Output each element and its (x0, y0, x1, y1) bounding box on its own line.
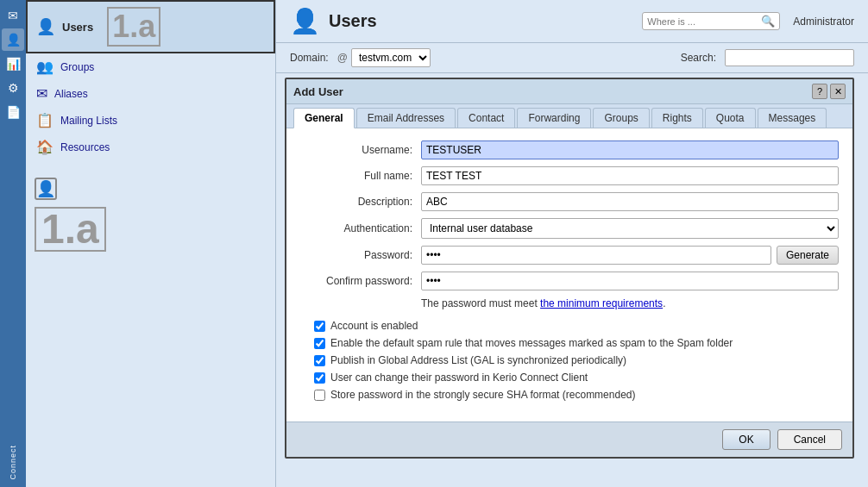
username-input[interactable] (421, 140, 839, 159)
sidebar-icon-strip: ✉ 👤 📊 ⚙ 📄 Connect (0, 0, 26, 487)
tab-messages[interactable]: Messages (758, 108, 827, 128)
global-search-input[interactable] (647, 16, 761, 27)
tab-groups[interactable]: Groups (593, 108, 649, 128)
confirm-password-input[interactable] (421, 272, 839, 290)
password-note: The password must meet the minimum requi… (421, 297, 839, 309)
change-password-checkbox[interactable] (314, 372, 325, 384)
spam-rule-checkbox[interactable] (314, 338, 325, 349)
global-search-box[interactable]: 🔍 (642, 12, 780, 30)
modal-tabs: General Email Addresses Contact Forwardi… (286, 104, 852, 128)
user-avatar-large: 👤 (35, 178, 57, 200)
authentication-label: Authentication: (300, 222, 421, 234)
sidebar-item-mailing-lists[interactable]: 📋 Mailing Lists (26, 107, 275, 134)
aliases-icon: ✉ (36, 85, 47, 102)
badge-1a-main: 1.a (35, 207, 106, 252)
sha-format-checkbox[interactable] (314, 390, 325, 401)
sidebar-item-aliases[interactable]: ✉ Aliases (26, 80, 275, 107)
add-user-modal: Add User ? ✕ General Email Addresses Con… (285, 78, 854, 459)
aliases-label: Aliases (54, 88, 88, 100)
fullname-label: Full name: (300, 170, 421, 182)
checkbox-spam-rule: Enable the default spam rule that moves … (314, 337, 839, 349)
password-input[interactable] (421, 246, 771, 265)
description-input[interactable] (421, 192, 839, 211)
checkbox-change-password: User can change their password in Kerio … (314, 371, 839, 384)
password-row: Password: Generate (300, 246, 839, 265)
modal-controls: ? ✕ (812, 84, 846, 99)
sha-format-label: Store password in the strongly secure SH… (330, 389, 635, 401)
form-content: Username: Full name: Description: Authen… (286, 128, 852, 421)
modal-help-button[interactable]: ? (812, 84, 827, 99)
domain-select[interactable]: testvm.com (351, 48, 431, 67)
envelope-icon-btn[interactable]: ✉ (2, 4, 24, 27)
mailing-lists-icon: 📋 (36, 112, 53, 128)
nav-header-title: Users (62, 21, 93, 34)
tab-forwarding[interactable]: Forwarding (517, 108, 591, 128)
mailing-lists-label: Mailing Lists (60, 115, 117, 127)
checkbox-gal: Publish in Global Address List (GAL is s… (314, 354, 839, 366)
domain-select-wrap: @ testvm.com (337, 48, 431, 67)
cancel-button[interactable]: Cancel (777, 429, 842, 450)
modal-title-bar: Add User ? ✕ (286, 79, 852, 104)
connect-label: Connect (9, 445, 17, 480)
search-label: Search: (681, 52, 716, 64)
change-password-label: User can change their password in Kerio … (330, 371, 588, 384)
password-note-suffix: . (663, 297, 665, 309)
domain-label: Domain: (290, 52, 329, 64)
main-header: 👤 Users 🔍 Administrator (276, 0, 868, 43)
fullname-row: Full name: (300, 166, 839, 185)
tab-email-addresses[interactable]: Email Addresses (356, 108, 456, 128)
search-icon: 🔍 (761, 15, 775, 28)
main-users-icon: 👤 (290, 7, 320, 35)
authentication-row: Authentication: Internal user database A… (300, 218, 839, 239)
account-enabled-checkbox[interactable] (314, 321, 325, 332)
nav-header: 👤 Users 1.a (26, 0, 275, 53)
password-input-area: Generate (421, 246, 839, 265)
groups-icon: 👥 (36, 59, 53, 75)
password-note-prefix: The password must meet (421, 297, 540, 309)
authentication-select[interactable]: Internal user database Active Directory (421, 218, 839, 239)
spam-rule-label: Enable the default spam rule that moves … (330, 337, 733, 349)
generate-button[interactable]: Generate (777, 246, 839, 265)
minimum-requirements-link[interactable]: the minimum requirements (540, 297, 663, 309)
header-right: 🔍 Administrator (642, 12, 854, 30)
main-page-title: Users (329, 11, 377, 31)
groups-label: Groups (60, 61, 94, 73)
resources-icon: 🏠 (36, 139, 53, 155)
account-enabled-label: Account is enabled (330, 320, 418, 332)
checkbox-sha-format: Store password in the strongly secure SH… (314, 389, 839, 401)
confirm-password-row: Confirm password: (300, 272, 839, 290)
resources-label: Resources (60, 141, 110, 153)
tab-rights[interactable]: Rights (651, 108, 703, 128)
bar-chart-icon-btn[interactable]: 📊 (2, 53, 24, 75)
admin-label: Administrator (793, 16, 854, 28)
checkbox-account-enabled: Account is enabled (314, 320, 839, 332)
modal-title: Add User (293, 85, 343, 98)
confirm-password-label: Confirm password: (300, 275, 421, 287)
gear-icon-btn[interactable]: ⚙ (2, 77, 24, 99)
username-label: Username: (300, 144, 421, 156)
sidebar-item-resources[interactable]: 🏠 Resources (26, 134, 275, 160)
users-icon-btn[interactable]: 👤 (2, 28, 24, 51)
main-title-area: 👤 Users (290, 7, 377, 35)
tab-contact[interactable]: Contact (457, 108, 515, 128)
fullname-input[interactable] (421, 166, 839, 185)
modal-area: Add User ? ✕ General Email Addresses Con… (276, 73, 868, 487)
tab-quota[interactable]: Quota (705, 108, 756, 128)
document-icon-btn[interactable]: 📄 (2, 101, 24, 123)
modal-footer: OK Cancel (286, 421, 852, 457)
modal-close-button[interactable]: ✕ (830, 84, 846, 99)
main-content: 👤 Users 🔍 Administrator Domain: @ testvm… (276, 0, 868, 487)
sidebar-item-groups[interactable]: 👥 Groups (26, 53, 275, 80)
username-row: Username: (300, 140, 839, 159)
password-label: Password: (300, 249, 421, 261)
checkbox-area: Account is enabled Enable the default sp… (300, 316, 839, 409)
user-search-input[interactable] (725, 49, 854, 66)
gal-checkbox[interactable] (314, 355, 325, 366)
description-label: Description: (300, 196, 421, 208)
users-header-icon: 👤 (36, 17, 55, 36)
toolbar-area: Domain: @ testvm.com Search: (276, 43, 868, 73)
nav-panel: 👤 Users 1.a 👥 Groups ✉ Aliases 📋 Mailing… (26, 0, 276, 487)
gal-label: Publish in Global Address List (GAL is s… (330, 354, 626, 366)
tab-general[interactable]: General (293, 108, 355, 128)
ok-button[interactable]: OK (722, 429, 770, 450)
